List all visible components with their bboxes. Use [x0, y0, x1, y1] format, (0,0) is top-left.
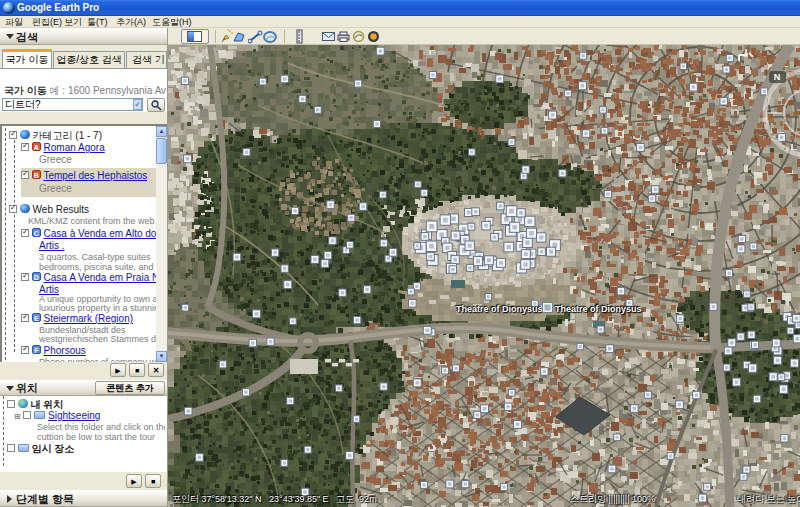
svg-text:N: N	[774, 72, 781, 82]
